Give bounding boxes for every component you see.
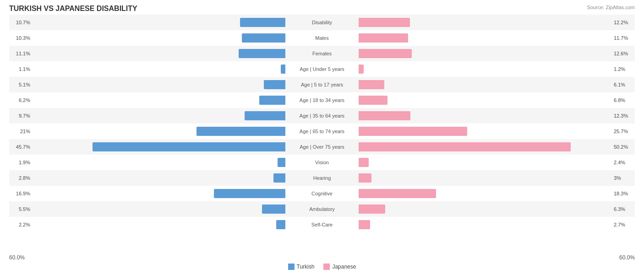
- legend-turkish-label: Turkish: [297, 264, 315, 270]
- bar-turkish: [242, 33, 285, 43]
- bar-left-container: [32, 173, 285, 183]
- bar-turkish: [273, 173, 285, 183]
- value-left: 6.2%: [9, 97, 32, 103]
- row-label: Self-Care: [285, 222, 359, 227]
- row-label: Age | Over 75 years: [285, 144, 359, 150]
- value-right: 25.7%: [612, 129, 635, 134]
- value-right: 18.3%: [612, 191, 635, 196]
- bar-turkish: [240, 18, 285, 27]
- bar-right-container: [359, 220, 612, 229]
- bar-japanese: [359, 220, 370, 229]
- row-label: Hearing: [285, 175, 359, 181]
- bar-right-container: [359, 80, 612, 89]
- value-left: 10.3%: [9, 35, 32, 41]
- row-label: Age | 65 to 74 years: [285, 129, 359, 134]
- row-inner: 45.7% Age | Over 75 years 50.2%: [9, 139, 635, 155]
- row-label: Age | 5 to 17 years: [285, 82, 359, 87]
- value-left: 10.7%: [9, 20, 32, 25]
- bar-turkish: [264, 80, 285, 89]
- bar-left-container: [32, 220, 285, 229]
- chart-row: 1.1% Age | Under 5 years 1.2%: [9, 61, 635, 77]
- value-right: 6.1%: [612, 82, 635, 87]
- chart-row: 2.2% Self-Care 2.7%: [9, 217, 635, 232]
- row-inner: 6.2% Age | 18 to 34 years 6.8%: [9, 92, 635, 108]
- chart-row: 1.9% Vision 2.4%: [9, 155, 635, 170]
- bar-japanese: [359, 142, 571, 151]
- value-left: 2.8%: [9, 175, 32, 181]
- bar-left-container: [32, 205, 285, 214]
- row-label: Vision: [285, 160, 359, 165]
- chart-row: 10.7% Disability 12.2%: [9, 15, 635, 30]
- legend-turkish-box: [288, 264, 295, 270]
- bar-turkish: [93, 142, 285, 151]
- value-right: 12.6%: [612, 51, 635, 56]
- chart-row: 11.1% Females 12.6%: [9, 46, 635, 61]
- value-right: 12.3%: [612, 113, 635, 118]
- bar-right-container: [359, 205, 612, 214]
- bar-turkish: [259, 96, 285, 105]
- value-left: 9.7%: [9, 113, 32, 118]
- value-left: 1.1%: [9, 66, 32, 72]
- bar-right-container: [359, 173, 612, 183]
- value-left: 1.9%: [9, 160, 32, 165]
- value-left: 45.7%: [9, 144, 32, 150]
- value-left: 11.1%: [9, 51, 32, 56]
- row-inner: 5.1% Age | 5 to 17 years 6.1%: [9, 77, 635, 92]
- row-label: Disability: [285, 20, 359, 25]
- bar-turkish: [196, 127, 285, 136]
- bar-japanese: [359, 65, 364, 74]
- bar-japanese: [359, 158, 369, 167]
- chart-area: 10.7% Disability 12.2% 10.3% Males 11.7%…: [9, 15, 635, 253]
- value-left: 2.2%: [9, 222, 32, 227]
- bar-right-container: [359, 158, 612, 167]
- row-inner: 1.9% Vision 2.4%: [9, 155, 635, 170]
- row-inner: 9.7% Age | 35 to 64 years 12.3%: [9, 108, 635, 124]
- row-inner: 21% Age | 65 to 74 years 25.7%: [9, 124, 635, 139]
- bar-right-container: [359, 18, 612, 27]
- chart-row: 2.8% Hearing 3%: [9, 170, 635, 186]
- legend-japanese-label: Japanese: [332, 264, 356, 270]
- bar-turkish: [278, 158, 286, 167]
- bar-turkish: [281, 65, 285, 74]
- bar-right-container: [359, 111, 612, 120]
- bar-left-container: [32, 80, 285, 89]
- bar-right-container: [359, 96, 612, 105]
- legend-japanese: Japanese: [323, 264, 356, 270]
- bar-left-container: [32, 158, 285, 167]
- bar-turkish: [262, 205, 285, 214]
- bar-right-container: [359, 65, 612, 74]
- row-inner: 16.9% Cognitive 18.3%: [9, 186, 635, 201]
- bar-left-container: [32, 111, 285, 120]
- bar-turkish: [276, 220, 285, 229]
- value-left: 16.9%: [9, 191, 32, 196]
- legend-turkish: Turkish: [288, 264, 315, 270]
- bar-japanese: [359, 205, 385, 214]
- row-inner: 10.3% Males 11.7%: [9, 30, 635, 46]
- bar-japanese: [359, 111, 410, 120]
- row-label: Males: [285, 35, 359, 41]
- bar-japanese: [359, 127, 467, 136]
- row-inner: 1.1% Age | Under 5 years 1.2%: [9, 61, 635, 77]
- chart-row: 45.7% Age | Over 75 years 50.2%: [9, 139, 635, 155]
- x-axis-left: 60.0%: [9, 254, 25, 261]
- value-right: 50.2%: [612, 144, 635, 150]
- row-inner: 5.5% Ambulatory 6.3%: [9, 201, 635, 217]
- bar-japanese: [359, 189, 436, 198]
- x-axis: 60.0% 60.0%: [9, 254, 635, 261]
- value-right: 6.8%: [612, 97, 635, 103]
- legend-japanese-box: [323, 264, 330, 270]
- bar-japanese: [359, 80, 384, 89]
- bar-left-container: [32, 142, 285, 151]
- bar-left-container: [32, 18, 285, 27]
- bar-right-container: [359, 189, 612, 198]
- source-label: Source: ZipAtlas.com: [587, 5, 635, 10]
- bar-right-container: [359, 49, 612, 58]
- bar-turkish: [239, 49, 285, 58]
- row-label: Cognitive: [285, 191, 359, 196]
- chart-container: TURKISH VS JAPANESE DISABILITY Source: Z…: [0, 0, 644, 280]
- bar-turkish: [245, 111, 285, 120]
- bar-left-container: [32, 49, 285, 58]
- bar-left-container: [32, 189, 285, 198]
- row-label: Females: [285, 51, 359, 56]
- chart-row: 9.7% Age | 35 to 64 years 12.3%: [9, 108, 635, 124]
